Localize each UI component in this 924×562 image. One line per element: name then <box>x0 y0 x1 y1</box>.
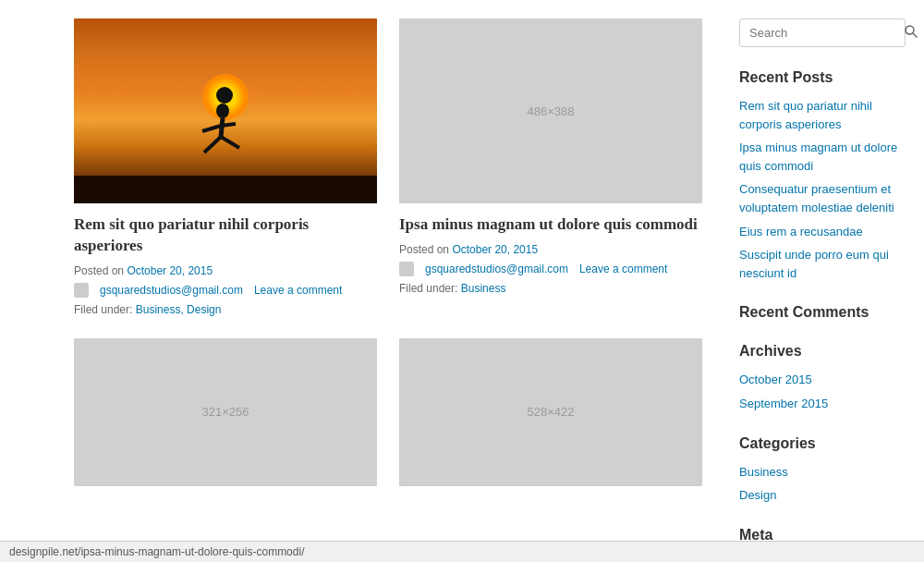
post-filed-2: Filed under: Business <box>399 282 702 295</box>
recent-comments-title: Recent Comments <box>739 304 906 321</box>
recent-post-link-4[interactable]: Suscipit unde porro eum qui nesciunt id <box>739 248 889 280</box>
list-item: Design <box>739 486 906 505</box>
archive-link-1[interactable]: September 2015 <box>739 397 828 410</box>
post-title-1: Rem sit quo pariatur nihil corporis aspe… <box>74 214 377 257</box>
silhouette-svg <box>195 102 250 176</box>
search-button[interactable] <box>905 25 918 41</box>
list-item: Ipsa minus magnam ut dolore quis commodi <box>739 139 906 175</box>
post-categories-1[interactable]: Business, Design <box>136 303 222 316</box>
post-author-row-2: gsquaredstudios@gmail.com Leave a commen… <box>399 262 702 276</box>
placeholder-dims-3: 321×256 <box>202 405 249 419</box>
categories-section: Categories Business Design <box>739 435 906 505</box>
category-link-0[interactable]: Business <box>739 465 788 479</box>
post-image-3: 321×256 <box>74 338 377 486</box>
categories-list: Business Design <box>739 463 906 505</box>
list-item: Consequatur praesentium et voluptatem mo… <box>739 180 906 216</box>
category-link-1[interactable]: Design <box>739 488 776 502</box>
recent-posts-section: Recent Posts Rem sit quo pariatur nihil … <box>739 69 906 282</box>
post-date-2[interactable]: October 20, 2015 <box>452 243 538 256</box>
list-item: September 2015 <box>739 395 906 413</box>
recent-post-link-2[interactable]: Consequatur praesentium et voluptatem mo… <box>739 182 894 214</box>
svg-line-4 <box>202 126 221 131</box>
status-url: designpile.net/ipsa-minus-magnam-ut-dolo… <box>9 545 304 558</box>
recent-post-link-0[interactable]: Rem sit quo pariatur nihil corporis aspe… <box>739 99 872 131</box>
post-image-1 <box>74 18 377 203</box>
post-filed-1: Filed under: Business, Design <box>74 303 377 316</box>
placeholder-dims-4: 528×422 <box>528 405 575 419</box>
svg-line-5 <box>221 124 236 126</box>
post-author-1[interactable]: gsquaredstudios@gmail.com <box>100 284 243 297</box>
placeholder-dims-2: 486×388 <box>528 104 575 118</box>
list-item: Rem sit quo pariatur nihil corporis aspe… <box>739 97 906 133</box>
sidebar: Recent Posts Rem sit quo pariatur nihil … <box>721 18 924 555</box>
svg-line-1 <box>221 118 223 137</box>
post-comment-1[interactable]: Leave a comment <box>254 284 342 297</box>
main-content: Rem sit quo pariatur nihil corporis aspe… <box>0 18 721 555</box>
author-icon-2 <box>399 262 414 276</box>
sunset-buildings <box>74 176 377 203</box>
page-layout: Rem sit quo pariatur nihil corporis aspe… <box>0 0 924 562</box>
post-card-4: 528×422 <box>399 338 702 497</box>
post-card-3: 321×256 <box>74 338 377 497</box>
post-comment-2[interactable]: Leave a comment <box>579 263 667 275</box>
categories-title: Categories <box>739 435 906 452</box>
post-card-2: 486×388 Ipsa minus magnam ut dolore quis… <box>399 18 702 316</box>
svg-line-3 <box>221 137 239 148</box>
recent-post-link-3[interactable]: Eius rem a recusandae <box>739 225 863 238</box>
archives-title: Archives <box>739 343 906 360</box>
search-input[interactable] <box>749 26 905 40</box>
svg-point-0 <box>216 104 229 118</box>
recent-posts-list: Rem sit quo pariatur nihil corporis aspe… <box>739 97 906 282</box>
recent-post-link-1[interactable]: Ipsa minus magnam ut dolore quis commodi <box>739 140 897 173</box>
archive-link-0[interactable]: October 2015 <box>739 373 812 386</box>
svg-line-2 <box>204 137 221 153</box>
post-date-1[interactable]: October 20, 2015 <box>127 264 213 277</box>
post-image-4: 528×422 <box>399 338 702 486</box>
post-meta-2: Posted on October 20, 2015 <box>399 243 702 256</box>
post-meta-1: Posted on October 20, 2015 <box>74 264 377 277</box>
search-box[interactable] <box>739 18 906 47</box>
archives-list: October 2015 September 2015 <box>739 371 906 412</box>
list-item: October 2015 <box>739 371 906 389</box>
list-item: Eius rem a recusandae <box>739 223 906 241</box>
post-title-2: Ipsa minus magnam ut dolore quis commodi <box>399 214 702 236</box>
list-item: Business <box>739 463 906 482</box>
archives-section: Archives October 2015 September 2015 <box>739 343 906 412</box>
list-item: Suscipit unde porro eum qui nesciunt id <box>739 246 906 282</box>
posts-grid: Rem sit quo pariatur nihil corporis aspe… <box>74 18 702 497</box>
post-image-2: 486×388 <box>399 18 702 203</box>
recent-comments-section: Recent Comments <box>739 304 906 321</box>
post-author-row-1: gsquaredstudios@gmail.com Leave a commen… <box>74 283 377 298</box>
post-author-2[interactable]: gsquaredstudios@gmail.com <box>425 263 568 275</box>
post-categories-2[interactable]: Business <box>461 282 506 295</box>
status-bar: designpile.net/ipsa-minus-magnam-ut-dolo… <box>0 541 924 562</box>
svg-line-7 <box>913 33 917 37</box>
author-icon-1 <box>74 283 89 298</box>
post-card-1: Rem sit quo pariatur nihil corporis aspe… <box>74 18 377 316</box>
recent-posts-title: Recent Posts <box>739 69 906 86</box>
search-icon <box>905 25 918 38</box>
